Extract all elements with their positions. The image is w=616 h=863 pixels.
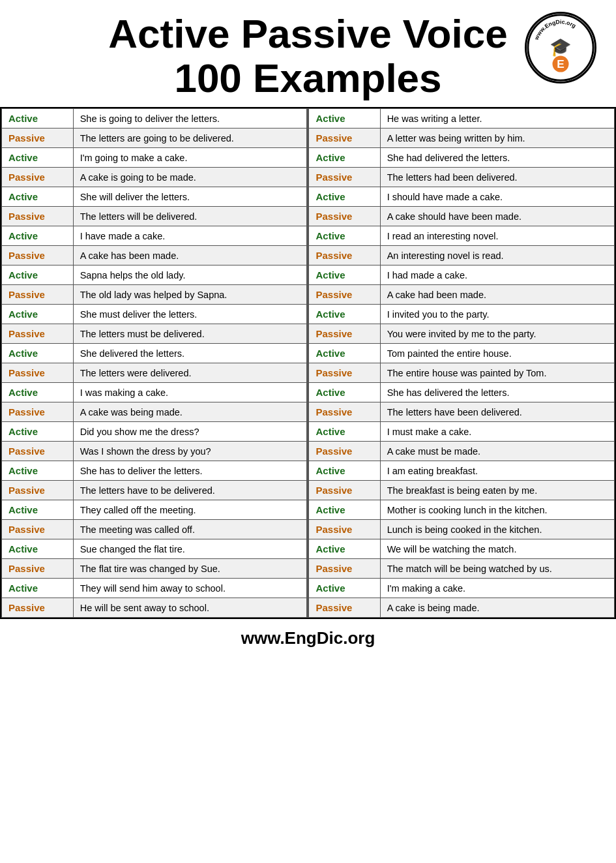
voice-sentence: The old lady was helped by Sapna. [73,285,307,305]
voice-label: Active [2,500,74,520]
voice-label: Passive [308,402,380,422]
voice-label: Passive [308,324,380,344]
voice-sentence: The letters were delivered. [73,363,307,383]
voice-label: Passive [308,207,380,226]
voice-label: Active [308,187,380,207]
voice-label: Passive [2,442,74,461]
voice-label: Active [2,305,74,324]
voice-label: Active [2,422,74,442]
voice-label: Passive [308,442,380,461]
voice-sentence: I am eating breakfast. [380,461,614,481]
voice-sentence: A cake is being made. [380,598,614,618]
footer: www.EngDic.org [0,619,616,658]
voice-sentence: I invited you to the party. [380,305,614,324]
voice-label: Passive [2,363,74,383]
voice-label: Active [2,461,74,481]
voice-label: Active [2,109,74,129]
voice-label: Active [308,265,380,285]
voice-sentence: She will deliver the letters. [73,187,307,207]
voice-label: Passive [308,481,380,500]
voice-label: Active [308,148,380,168]
voice-sentence: Sue changed the flat tire. [73,539,307,559]
voice-sentence: The letters have to be delivered. [73,481,307,500]
svg-text:E: E [557,57,565,70]
voice-sentence: I should have made a cake. [380,187,614,207]
voice-label: Active [2,187,74,207]
page-title: Active Passive Voice 100 Examples [7,12,609,100]
voice-sentence: Lunch is being cooked in the kitchen. [380,520,614,539]
voice-label: Passive [2,598,74,618]
voice-sentence: They called off the meeting. [73,500,307,520]
voice-label: Active [308,422,380,442]
page-header: Active Passive Voice 100 Examples www.En… [0,0,616,107]
voice-label: Active [2,383,74,402]
voice-sentence: The flat tire was changed by Sue. [73,559,307,579]
voice-sentence: Mother is cooking lunch in the kitchen. [380,500,614,520]
voice-sentence: The letters had been delivered. [380,168,614,187]
voice-label: Active [308,109,380,129]
voice-sentence: She has to deliver the letters. [73,461,307,481]
voice-label: Passive [2,402,74,422]
voice-label: Passive [308,598,380,618]
voice-sentence: She is going to deliver the letters. [73,109,307,129]
voice-label: Active [2,344,74,363]
voice-label: Active [308,305,380,324]
voice-sentence: She must deliver the letters. [73,305,307,324]
voice-label: Active [2,148,74,168]
voice-label: Passive [2,207,74,226]
voice-label: Passive [2,481,74,500]
voice-sentence: She had delivered the letters. [380,148,614,168]
logo: www.EngDic.org 🎓 E [525,12,596,83]
voice-label: Active [308,226,380,246]
voice-sentence: I had made a cake. [380,265,614,285]
voice-sentence: The letters must be delivered. [73,324,307,344]
voice-label: Active [2,539,74,559]
voice-sentence: The letters have been delivered. [380,402,614,422]
voice-label: Passive [308,246,380,265]
voice-label: Active [308,344,380,363]
voice-sentence: A cake is going to be made. [73,168,307,187]
voice-sentence: The entire house was painted by Tom. [380,363,614,383]
voice-label: Passive [308,363,380,383]
voice-label: Active [308,500,380,520]
voice-label: Passive [308,129,380,148]
voice-sentence: Was I shown the dress by you? [73,442,307,461]
voice-sentence: A cake must be made. [380,442,614,461]
voice-sentence: I must make a cake. [380,422,614,442]
voice-sentence: An interesting novel is read. [380,246,614,265]
voice-sentence: A cake was being made. [73,402,307,422]
voice-sentence: We will be watching the match. [380,539,614,559]
voice-label: Passive [308,559,380,579]
voice-label: Active [308,383,380,402]
voice-label: Passive [2,168,74,187]
voice-sentence: I'm going to make a cake. [73,148,307,168]
voice-sentence: They will send him away to school. [73,579,307,598]
voice-label: Passive [2,324,74,344]
voice-sentence: He will be sent away to school. [73,598,307,618]
voice-sentence: A cake had been made. [380,285,614,305]
voice-sentence: He was writing a letter. [380,109,614,129]
voice-label: Passive [2,520,74,539]
voice-sentence: A cake has been made. [73,246,307,265]
voice-sentence: Tom painted the entire house. [380,344,614,363]
voice-sentence: I was making a cake. [73,383,307,402]
voice-sentence: The letters are going to be delivered. [73,129,307,148]
voice-label: Active [2,226,74,246]
voice-sentence: She has delivered the letters. [380,383,614,402]
voice-sentence: The letters will be delivered. [73,207,307,226]
voice-label: Passive [308,285,380,305]
voice-label: Passive [308,520,380,539]
voice-label: Passive [308,168,380,187]
voice-sentence: I have made a cake. [73,226,307,246]
examples-table: ActiveShe is going to deliver the letter… [0,107,616,619]
voice-sentence: Sapna helps the old lady. [73,265,307,285]
voice-label: Active [308,539,380,559]
voice-label: Active [2,579,74,598]
voice-label: Active [2,265,74,285]
voice-label: Passive [2,285,74,305]
voice-label: Active [308,461,380,481]
voice-sentence: A letter was being written by him. [380,129,614,148]
voice-label: Active [308,579,380,598]
voice-sentence: The meeting was called off. [73,520,307,539]
voice-sentence: I'm making a cake. [380,579,614,598]
